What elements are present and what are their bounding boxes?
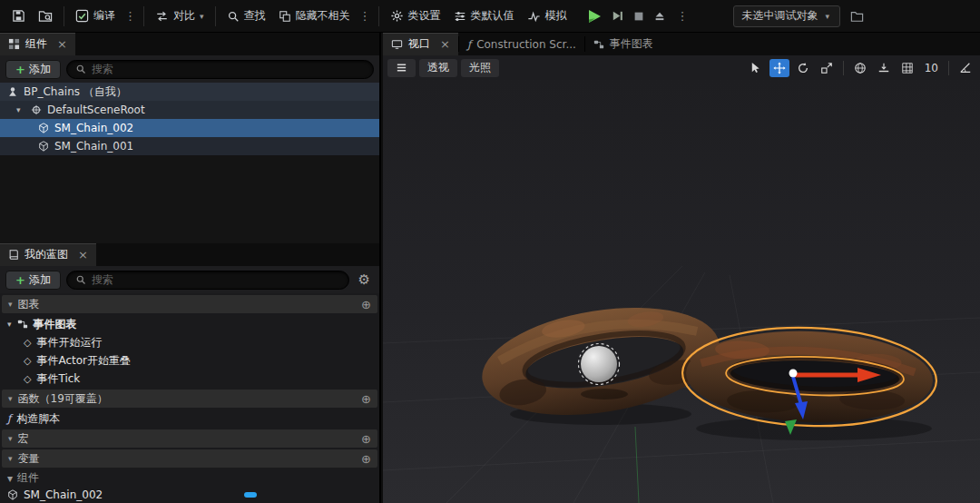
expander-icon[interactable]: ▾ — [7, 320, 12, 329]
surface-snap-button[interactable] — [874, 59, 894, 77]
my-blueprint-search[interactable] — [66, 271, 349, 290]
event-tick-row[interactable]: ◇ 事件Tick — [0, 370, 379, 388]
play-icon — [586, 8, 603, 25]
expander-icon[interactable]: ▾ — [8, 434, 13, 443]
tab-viewport[interactable]: 视口 × — [383, 33, 458, 55]
close-icon[interactable]: × — [440, 37, 450, 51]
frame-skip-icon — [611, 9, 624, 23]
expander-icon[interactable]: ▾ — [16, 105, 25, 114]
compile-label: 编译 — [93, 8, 115, 24]
find-icon — [227, 10, 240, 23]
close-icon[interactable]: × — [57, 37, 67, 51]
add-component-button[interactable]: + 添加 — [5, 60, 61, 79]
debug-browse-button[interactable] — [844, 6, 870, 26]
scale-tool-button[interactable] — [817, 59, 837, 77]
macros-section-header[interactable]: ▾ 宏 ⊕ — [2, 429, 377, 448]
add-variable-button[interactable]: ⊕ — [361, 452, 371, 466]
world-local-toggle[interactable] — [850, 59, 870, 77]
construction-script-label: 构造脚本 — [16, 411, 60, 427]
tab-construction-script[interactable]: ƒ Construction Scr... — [459, 33, 584, 55]
class-defaults-button[interactable]: 类默认值 — [447, 5, 521, 27]
component-variable-row[interactable]: SM_Chain_002 — [0, 486, 379, 503]
hide-unrelated-button[interactable]: 隐藏不相关 — [272, 5, 357, 27]
variables-section-label: 变量 — [18, 451, 40, 467]
frame-skip-button[interactable] — [611, 9, 624, 23]
add-blueprint-item-button[interactable]: + 添加 — [5, 271, 61, 290]
viewport-toolbar: 透视 光照 — [383, 55, 980, 80]
simulate-button[interactable]: 模拟 — [521, 5, 573, 27]
add-graph-button[interactable]: ⊕ — [361, 298, 371, 311]
debug-browse-icon — [850, 10, 864, 23]
scale-icon — [820, 62, 833, 74]
perspective-label: 透视 — [427, 60, 449, 75]
diff-button[interactable]: 对比 ▾ — [149, 5, 211, 27]
play-options-button[interactable]: ⋮ — [674, 5, 691, 26]
save-icon — [12, 9, 25, 23]
tab-components[interactable]: 组件 × — [0, 33, 75, 55]
expander-icon[interactable]: ▾ — [8, 394, 13, 403]
compile-button[interactable]: 编译 — [69, 5, 122, 27]
tab-my-blueprint[interactable]: 我的蓝图 × — [0, 243, 96, 266]
tree-row-label: DefaultSceneRoot — [47, 104, 145, 116]
tree-row-defaultsceneroot[interactable]: ▾ DefaultSceneRoot — [0, 101, 379, 119]
debug-object-dropdown[interactable]: 未选中调试对象 ▾ — [733, 5, 840, 27]
grid-snap-value[interactable]: 10 — [921, 62, 942, 74]
toolbar-separator — [378, 6, 379, 26]
save-button[interactable] — [5, 5, 32, 26]
tree-row-sm-chain-002[interactable]: SM_Chain_002 — [0, 119, 379, 137]
my-blueprint-search-input[interactable] — [92, 273, 340, 286]
functions-section-header[interactable]: ▾ 函数（19可覆盖） ⊕ — [2, 390, 377, 408]
event-beginplay-row[interactable]: ◇ 事件开始运行 — [0, 333, 379, 351]
tree-row-sm-chain-001[interactable]: SM_Chain_001 — [0, 137, 379, 155]
graphs-section-header[interactable]: ▾ 图表 ⊕ — [2, 295, 377, 313]
viewport-scene[interactable] — [383, 80, 980, 503]
add-macro-button[interactable]: ⊕ — [361, 432, 371, 446]
event-icon: ◇ — [24, 355, 31, 367]
event-graph-label: 事件图表 — [34, 317, 77, 332]
expander-icon[interactable]: ▾ — [8, 454, 13, 463]
move-tool-button[interactable] — [769, 59, 789, 77]
my-blueprint-list: ▾ 图表 ⊕ ▾ 事件图表 ◇ 事件开始运行 ◇ 事件Actor开始重叠 — [0, 295, 379, 503]
construction-script-row[interactable]: ƒ 构造脚本 — [0, 409, 379, 428]
event-graph-row[interactable]: ▾ 事件图表 — [0, 315, 379, 333]
scene-background — [383, 80, 980, 503]
close-icon[interactable]: × — [78, 248, 88, 261]
search-icon — [75, 274, 86, 285]
functions-section-label: 函数（19可覆盖） — [18, 391, 108, 407]
event-label: 事件Tick — [36, 371, 80, 387]
rotate-tool-button[interactable] — [793, 59, 813, 77]
class-settings-button[interactable]: 类设置 — [384, 5, 447, 27]
event-icon: ◇ — [24, 373, 31, 385]
viewport-options-button[interactable] — [387, 59, 416, 77]
grid-snap-button[interactable] — [897, 59, 917, 77]
tree-row-label: SM_Chain_001 — [54, 140, 133, 153]
static-mesh-icon — [7, 489, 18, 500]
view-mode-button[interactable]: 光照 — [461, 59, 499, 77]
expander-icon[interactable]: ▾ — [7, 472, 13, 485]
perspective-button[interactable]: 透视 — [419, 59, 457, 77]
component-variable-label: SM_Chain_002 — [24, 488, 103, 501]
find-button[interactable]: 查找 — [220, 5, 272, 27]
my-blueprint-settings-button[interactable]: ⚙ — [355, 271, 374, 288]
select-tool-button[interactable] — [746, 59, 766, 77]
browse-button[interactable] — [32, 5, 59, 26]
static-mesh-icon — [38, 141, 49, 152]
tree-row-bp-chains[interactable]: BP_Chains （自我） — [0, 83, 379, 101]
toolbar-separator — [143, 6, 144, 26]
compile-options-button[interactable]: ⋮ — [122, 5, 139, 26]
stop-button[interactable] — [632, 10, 645, 23]
eject-button[interactable] — [653, 10, 666, 23]
add-function-button[interactable]: ⊕ — [361, 392, 371, 406]
rotation-snap-button[interactable] — [956, 59, 975, 77]
variables-section-header[interactable]: ▾ 变量 ⊕ — [2, 449, 377, 468]
play-button[interactable] — [586, 8, 603, 25]
components-search-input[interactable] — [92, 63, 365, 75]
components-search[interactable] — [66, 60, 374, 79]
hide-unrelated-options-button[interactable]: ⋮ — [357, 5, 374, 26]
expander-icon[interactable]: ▾ — [8, 300, 13, 309]
variables-category-header[interactable]: ▾ 组件 — [0, 470, 379, 486]
grid-snap-icon — [901, 62, 914, 74]
tab-event-graph[interactable]: 事件图表 — [585, 33, 662, 55]
event-actorbeginoverlap-row[interactable]: ◇ 事件Actor开始重叠 — [0, 351, 379, 370]
move-icon — [773, 62, 786, 74]
